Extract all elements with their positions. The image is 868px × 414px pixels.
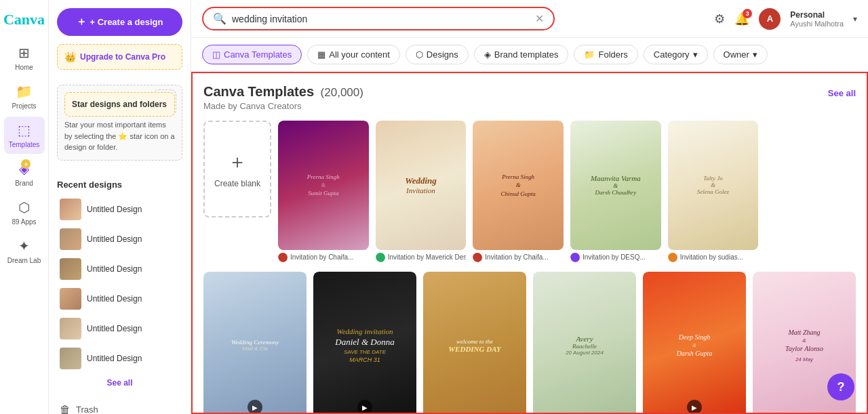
recent-item-label: Untitled Design: [87, 324, 142, 333]
play-button[interactable]: ▶: [687, 400, 702, 414]
sidebar-apps-label: 89 Apps: [12, 218, 36, 226]
list-item[interactable]: Untitled Design: [57, 195, 182, 224]
thumbnail: [60, 288, 81, 310]
sidebar-item-apps[interactable]: ⬡ 89 Apps: [4, 194, 45, 231]
sidebar-item-brand[interactable]: ◈ ★ Brand: [4, 155, 45, 192]
template-card[interactable]: Wedding invitation Daniel & Donna SAVE T…: [313, 272, 416, 414]
tab-designs[interactable]: ⬡ Designs: [406, 45, 469, 64]
chevron-down-icon: ▾: [753, 49, 757, 60]
create-blank-card[interactable]: ＋ Create blank: [203, 121, 271, 262]
sidebar-item-label: Home: [15, 64, 33, 71]
tab-label: Category: [654, 49, 690, 60]
sidebar-item-templates[interactable]: ⬚ Templates: [4, 117, 45, 154]
tab-brand-templates[interactable]: ◈ Brand templates: [474, 45, 569, 64]
help-button[interactable]: ?: [827, 373, 854, 400]
filter-tabs: ◫ Canva Templates ▦ All your content ⬡ D…: [191, 38, 868, 72]
thumbnail: [60, 258, 81, 280]
home-icon: ⊞: [18, 45, 30, 61]
content-area: Canva Templates (20,000) Made by Canva C…: [191, 72, 868, 414]
template-card[interactable]: Wedding Invitation Invitation by Maveric…: [376, 121, 467, 262]
template-card[interactable]: Talty Jo&Selena Golez Invitation by sudi…: [668, 121, 759, 262]
template-card[interactable]: Deep Singh & Darsh Gupta ▶ Deep Singh & …: [643, 272, 746, 414]
recent-item-label: Untitled Design: [87, 205, 142, 214]
template-card[interactable]: Wedding Ceremony Matt & Cia ▶ Wedding Ce…: [203, 272, 307, 414]
sidebar: Canva ⊞ Home 📁 Projects ⬚ Templates ◈ ★ …: [0, 0, 49, 414]
upgrade-label[interactable]: Upgrade to Canva Pro: [80, 52, 165, 62]
thumbnail: [60, 348, 81, 369]
notification-badge: 3: [743, 9, 752, 18]
tab-label: All your content: [329, 49, 390, 60]
author-name: Invitation by Chaifa...: [290, 253, 353, 261]
tab-label: Designs: [427, 49, 458, 60]
list-item[interactable]: Untitled Design: [57, 314, 182, 343]
settings-button[interactable]: ⚙: [714, 12, 725, 26]
sidebar-dreamlab-label: Dream Lab: [7, 257, 41, 264]
template-card[interactable]: Prerna Singh&Chinud Gupta Invitation by …: [473, 121, 564, 262]
list-item[interactable]: Untitled Design: [57, 285, 182, 313]
tab-label: Owner: [724, 49, 749, 60]
plus-icon: ＋: [76, 15, 87, 29]
tab-label: Brand templates: [494, 49, 559, 60]
notifications-button[interactable]: 🔔 3: [734, 12, 749, 26]
author-avatar: [473, 253, 482, 262]
sidebar-brand-label: Brand: [15, 180, 33, 187]
search-input[interactable]: [232, 14, 530, 24]
thumbnail: [60, 199, 81, 220]
search-clear-button[interactable]: ✕: [535, 12, 544, 25]
thumbnail: [60, 318, 81, 339]
recent-item-label: Untitled Design: [87, 264, 142, 274]
folders-icon: 📁: [584, 49, 595, 60]
see-all-recent-button[interactable]: See all: [57, 378, 182, 388]
play-button[interactable]: ▶: [357, 400, 372, 414]
list-item[interactable]: Untitled Design: [57, 344, 182, 373]
all-content-icon: ▦: [317, 49, 326, 60]
sidebar-item-label: Projects: [12, 102, 36, 110]
template-card[interactable]: Avery Raachelle 20 August 2024 Avery Raa…: [533, 272, 636, 414]
tab-all-content[interactable]: ▦ All your content: [307, 45, 400, 64]
projects-icon: 📁: [16, 83, 33, 100]
template-card[interactable]: welcome to the WEDDING DAY Welcome to th…: [423, 272, 526, 414]
tab-canva-templates[interactable]: ◫ Canva Templates: [202, 45, 302, 64]
card-footer: Invitation by Maverick Designs: [376, 253, 467, 262]
dreamlab-icon: ✦: [18, 238, 30, 254]
chevron-down-icon: ▾: [693, 49, 698, 60]
template-card[interactable]: Prerna Singh & Sumit Gupta Invitation by…: [278, 121, 369, 262]
templates-grid-row1: ＋ Create blank Prerna Singh & Sumit Gupt…: [203, 121, 856, 262]
tab-label: Folders: [598, 49, 627, 60]
trash-icon: 🗑: [60, 404, 71, 415]
star-tooltip-body: Star your most important items by select…: [64, 119, 175, 153]
sidebar-nav: ⊞ Home 📁 Projects ⬚ Templates ◈ ★ Brand …: [0, 39, 48, 270]
author-avatar: [668, 253, 677, 262]
sidebar-item-home[interactable]: ⊞ Home: [4, 39, 45, 77]
user-dropdown-icon[interactable]: ▾: [853, 14, 857, 24]
recent-item-label: Untitled Design: [87, 294, 142, 304]
template-card[interactable]: Maanvita Varma & Darsh Chaudhry Invitati…: [570, 121, 661, 262]
star-tooltip: ✕ Star designs and folders Star your mos…: [57, 85, 182, 161]
trash-button[interactable]: 🗑 Trash: [57, 398, 182, 415]
author-name: Invitation by DESQ...: [583, 253, 646, 261]
tab-owner[interactable]: Owner ▾: [713, 45, 768, 64]
see-all-templates-button[interactable]: See all: [828, 88, 856, 98]
author-avatar: [376, 253, 385, 262]
main-content: 🔍 ✕ ⚙ 🔔 3 A Personal Ayushi Malhotra ▾ ◫…: [191, 0, 868, 414]
create-blank-inner[interactable]: ＋ Create blank: [203, 121, 271, 218]
logo: Canva: [3, 11, 45, 28]
sidebar-item-projects[interactable]: 📁 Projects: [4, 78, 45, 115]
list-item[interactable]: Untitled Design: [57, 225, 182, 253]
create-design-button[interactable]: ＋ + Create a design: [57, 8, 182, 36]
tab-folders[interactable]: 📁 Folders: [574, 45, 637, 64]
avatar[interactable]: A: [759, 8, 781, 30]
recent-item-label: Untitled Design: [87, 354, 142, 363]
search-icon: 🔍: [213, 12, 226, 25]
create-blank-label: Create blank: [214, 179, 260, 188]
user-name: Ayushi Malhotra: [790, 20, 844, 28]
play-button[interactable]: ▶: [248, 400, 262, 414]
user-info: Personal Ayushi Malhotra: [790, 10, 844, 28]
left-panel: ＋ + Create a design 👑 Upgrade to Canva P…: [49, 0, 191, 414]
list-item[interactable]: Untitled Design: [57, 255, 182, 283]
designs-icon: ⬡: [416, 49, 423, 60]
tab-category[interactable]: Category ▾: [644, 45, 708, 64]
card-footer: Invitation by Chaifa...: [278, 253, 369, 262]
templates-icon: ⬚: [18, 122, 31, 138]
sidebar-item-dreamlab[interactable]: ✦ Dream Lab: [4, 232, 45, 270]
